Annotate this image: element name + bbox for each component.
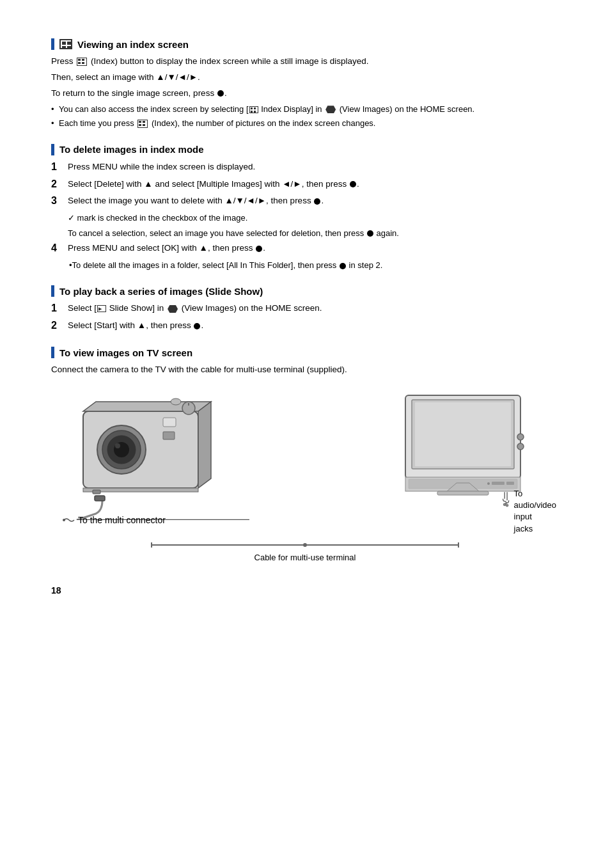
- section-title-viewing-index: Viewing an index screen: [51, 38, 559, 50]
- blue-bar-delete: [51, 144, 54, 155]
- delete-step3: 3 Select the image you want to delete wi…: [51, 194, 559, 208]
- svg-point-7: [115, 443, 120, 448]
- svg-point-31: [503, 503, 506, 506]
- tv-heading-text: To view images on TV screen: [59, 347, 192, 358]
- svg-rect-8: [163, 418, 176, 427]
- svg-rect-14: [93, 490, 100, 494]
- delete-heading-text: To delete images in index mode: [59, 144, 204, 155]
- delete-sub2: To cancel a selection, select an image y…: [68, 227, 559, 240]
- section-viewing-index: Viewing an index screen Press (Index) bu…: [51, 38, 559, 130]
- svg-rect-15: [95, 496, 105, 501]
- viewing-para2: Then, select an image with ▲/▼/◄/►.: [51, 71, 559, 84]
- camera-connector-label: To the multi connector: [63, 514, 166, 526]
- viewing-bullet1: You can also access the index screen by …: [59, 103, 559, 116]
- svg-point-28: [517, 443, 524, 450]
- cable-area: Cable for multi-use terminal: [51, 539, 559, 562]
- svg-point-16: [63, 519, 65, 521]
- svg-point-32: [506, 504, 508, 507]
- delete-step1: 1 Press MENU while the index screen is d…: [51, 161, 559, 174]
- camera-side: To the multi connector: [51, 392, 281, 526]
- tv-para1: Connect the camera to the TV with the ca…: [51, 363, 559, 377]
- viewing-para3: To return to the single image screen, pr…: [51, 87, 559, 100]
- delete-step4: 4 Press MENU and select [OK] with ▲, the…: [51, 242, 559, 255]
- section-slide-show: To play back a series of images (Slide S…: [51, 285, 559, 333]
- cable-line: [113, 539, 497, 551]
- delete-sub3: •To delete all the images in a folder, s…: [69, 259, 559, 272]
- section-title-slideshow: To play back a series of images (Slide S…: [51, 285, 559, 297]
- section-title-tv: To view images on TV screen: [51, 347, 559, 358]
- tv-connector-label: To audio/video inputjacks: [501, 488, 562, 535]
- blue-bar-tv: [51, 347, 54, 358]
- section-title-delete: To delete images in index mode: [51, 144, 559, 155]
- svg-rect-19: [415, 402, 511, 466]
- blue-bar-icon: [51, 38, 54, 50]
- tv-connector-text: To audio/video inputjacks: [514, 488, 562, 535]
- svg-rect-26: [437, 491, 489, 495]
- slideshow-step1: 1 Select [▶ Slide Show] in (View Images)…: [51, 302, 559, 315]
- slideshow-heading-text: To play back a series of images (Slide S…: [59, 286, 263, 297]
- cable-icon-tv: [501, 488, 512, 511]
- tv-side: To audio/video inputjacks: [399, 392, 559, 535]
- svg-rect-9: [163, 432, 175, 439]
- page-number: 18: [51, 585, 61, 596]
- camera-illustration: [51, 392, 249, 520]
- svg-point-22: [487, 482, 490, 485]
- tv-illustration: [399, 392, 527, 501]
- svg-point-27: [517, 434, 524, 440]
- camera-connector-text: To the multi connector: [78, 515, 166, 525]
- illustration-area: To the multi connector: [51, 392, 559, 535]
- svg-point-36: [303, 543, 307, 547]
- cable-icon-camera: [63, 514, 75, 526]
- svg-rect-23: [492, 482, 504, 485]
- delete-sub1: ✓ mark is checked in the checkbox of the…: [68, 212, 559, 225]
- section-delete-index: To delete images in index mode 1 Press M…: [51, 144, 559, 272]
- slideshow-step2: 2 Select [Start] with ▲, then press .: [51, 319, 559, 333]
- viewing-bullet2: Each time you press (Index), the number …: [59, 117, 559, 130]
- svg-marker-2: [198, 402, 211, 488]
- svg-point-12: [171, 398, 181, 405]
- page-content: Viewing an index screen Press (Index) bu…: [0, 0, 610, 615]
- section-tv-view: To view images on TV screen Connect the …: [51, 347, 559, 562]
- cable-caption: Cable for multi-use terminal: [254, 553, 356, 562]
- delete-step2: 2 Select [Delete] with ▲ and select [Mul…: [51, 178, 559, 191]
- slideshow-steps: 1 Select [▶ Slide Show] in (View Images)…: [51, 302, 559, 333]
- svg-rect-24: [506, 482, 514, 485]
- viewing-para1: Press (Index) button to display the inde…: [51, 55, 559, 68]
- delete-steps: 1 Press MENU while the index screen is d…: [51, 161, 559, 272]
- blue-bar-slideshow: [51, 285, 54, 297]
- section-heading-text: Viewing an index screen: [77, 39, 189, 50]
